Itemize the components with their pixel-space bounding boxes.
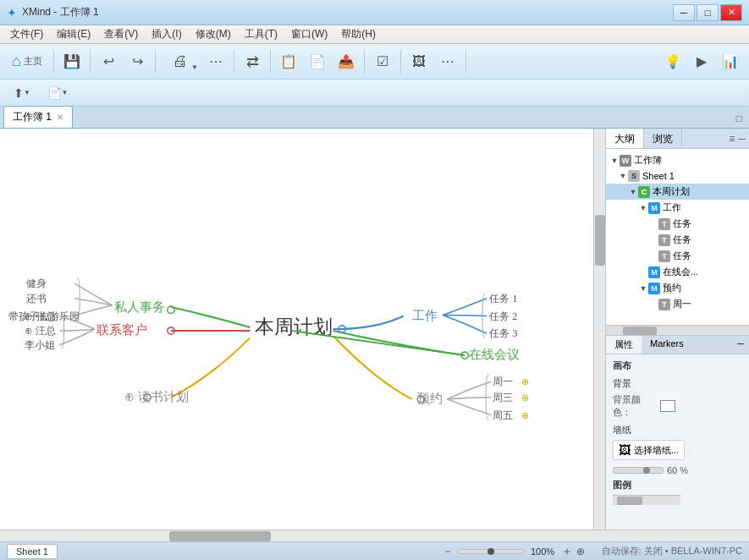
- sheet-icon: S: [628, 170, 640, 182]
- tree-arrow-mon: [648, 300, 658, 309]
- node-reading[interactable]: ⊕ 读书计划: [124, 390, 189, 404]
- node-gym[interactable]: 健身: [26, 277, 47, 289]
- tree-label-task2: 任务: [673, 233, 691, 246]
- panel-minimize-icon[interactable]: ─: [738, 133, 746, 145]
- tree-item-meeting[interactable]: M 在线会...: [606, 264, 749, 280]
- props-tab-markers[interactable]: Markers: [642, 336, 692, 354]
- menu-modify[interactable]: 修改(M): [189, 25, 238, 43]
- check-button[interactable]: ☑: [369, 48, 396, 75]
- print-button[interactable]: 🖨 ▼: [160, 48, 201, 75]
- more-button[interactable]: ⋯: [202, 48, 229, 75]
- tree-label-task1: 任务: [673, 217, 691, 230]
- node-wed[interactable]: 周三: [493, 392, 513, 404]
- add-mon-icon[interactable]: ⊕: [521, 376, 529, 387]
- tree-item-mon[interactable]: T 周一: [606, 296, 749, 312]
- choose-wallpaper-button[interactable]: 🖼 选择墙纸...: [613, 440, 685, 460]
- exchange-button[interactable]: ⇄: [239, 48, 266, 75]
- node-zhang[interactable]: ⊕ 张总: [25, 310, 56, 322]
- menu-window[interactable]: 窗口(W): [284, 25, 334, 43]
- tree-item-workbook[interactable]: ▼ W 工作簿: [606, 152, 749, 168]
- bulb-button[interactable]: 💡: [659, 48, 686, 75]
- tab-maximize-button[interactable]: □: [733, 109, 746, 128]
- add-fri-icon[interactable]: ⊕: [521, 410, 529, 420]
- clipboard-button[interactable]: 📋: [275, 48, 302, 75]
- outline-scrollbar-horizontal[interactable]: [606, 325, 749, 335]
- status-sheet-tab[interactable]: Sheet 1: [7, 544, 58, 559]
- toolbar-main: ⌂ 主页 💾 ↩ ↪ 🖨 ▼ ⋯ ⇄ 📋 📄 📤 ☑ 🖼 ⋯ 💡 ▶ 📊: [0, 44, 749, 80]
- image-button[interactable]: 🖼: [405, 48, 432, 75]
- outline-tab[interactable]: 大纲: [606, 129, 644, 148]
- maximize-button[interactable]: □: [697, 4, 719, 21]
- node-fri[interactable]: 周五: [493, 409, 513, 421]
- zoom-fit-button[interactable]: ⊕: [576, 546, 585, 557]
- menu-help[interactable]: 帮助(H): [334, 25, 383, 43]
- close-button[interactable]: ✕: [720, 4, 742, 21]
- tab-close-button[interactable]: ✕: [57, 113, 63, 122]
- undo-button[interactable]: ↩: [95, 48, 122, 75]
- right-panel: 大纲 浏览 ≡ ─ ▼ W 工作簿 ▼ S Sheet 1: [605, 129, 749, 530]
- minimize-button[interactable]: ─: [673, 4, 695, 21]
- node-clients[interactable]: 联系客户: [96, 323, 147, 337]
- autosave-info: 自动保存: 关闭 • BELLA-WIN7-PC: [602, 545, 742, 557]
- props-tab-attributes[interactable]: 属性: [606, 336, 642, 354]
- zoom-slider[interactable]: [457, 549, 525, 554]
- export2-button[interactable]: 📊: [717, 48, 744, 75]
- tree-item-task1[interactable]: T 任务: [606, 216, 749, 232]
- window-title: XMind - 工作簿 1: [22, 5, 673, 19]
- tree-item-task3[interactable]: T 任务: [606, 248, 749, 264]
- tree-item-plan[interactable]: ▼ C 本周计划: [606, 184, 749, 200]
- menu-tools[interactable]: 工具(T): [238, 25, 284, 43]
- node-meeting[interactable]: 在线会议: [469, 348, 520, 361]
- node-book[interactable]: 还书: [26, 293, 47, 305]
- save-button[interactable]: 💾: [58, 48, 85, 75]
- tree-item-sheet1[interactable]: ▼ S Sheet 1: [606, 168, 749, 184]
- zoom-level: 100%: [528, 546, 558, 557]
- copy-button[interactable]: 📄: [304, 48, 331, 75]
- menu-view[interactable]: 查看(V): [97, 25, 145, 43]
- menu-file[interactable]: 文件(F): [3, 25, 50, 43]
- props-close-button[interactable]: ─: [732, 336, 749, 354]
- zoom-out-button[interactable]: －: [442, 544, 454, 559]
- legend-scroll-thumb[interactable]: [617, 497, 642, 505]
- toolbar-separator-2: [90, 50, 91, 74]
- zoom-controls: － 100% ＋ ⊕: [442, 544, 585, 559]
- panel-menu-icon[interactable]: ≡: [729, 133, 735, 145]
- node-li[interactable]: 李小姐: [25, 339, 55, 351]
- tree-item-work[interactable]: ▼ M 工作: [606, 200, 749, 216]
- zoom-in-button[interactable]: ＋: [561, 544, 573, 559]
- tree-item-task2[interactable]: T 任务: [606, 232, 749, 248]
- scroll-thumb-horizontal[interactable]: [169, 531, 271, 541]
- upload-button[interactable]: ⬆ ▼: [5, 80, 39, 107]
- scroll-thumb-vertical[interactable]: [595, 215, 605, 266]
- node-task1[interactable]: 任务 1: [488, 293, 517, 305]
- outline-tree[interactable]: ▼ W 工作簿 ▼ S Sheet 1 ▼ C 本周计划 ▼ M 工作: [606, 149, 749, 325]
- canvas-area[interactable]: 本周计划 工作 任务 1 任务 2 任务 3 在线会议: [0, 129, 605, 530]
- canvas-scrollbar-horizontal[interactable]: [0, 530, 749, 541]
- props-tabs: 属性 Markers ─: [606, 336, 749, 354]
- menu-insert[interactable]: 插入(I): [145, 25, 188, 43]
- opacity-slider[interactable]: [613, 467, 664, 474]
- menu-edit[interactable]: 编辑(E): [50, 25, 97, 43]
- canvas-scrollbar-vertical[interactable]: [593, 129, 605, 530]
- present-button[interactable]: ▶: [688, 48, 715, 75]
- home-button[interactable]: ⌂ 主页: [5, 48, 49, 75]
- legend-scrollbar[interactable]: [613, 495, 680, 505]
- more2-button[interactable]: ⋯: [434, 48, 461, 75]
- tree-item-appt[interactable]: ▼ M 预约: [606, 280, 749, 296]
- node-personal[interactable]: 私人事务: [114, 300, 165, 314]
- browse-tab[interactable]: 浏览: [644, 129, 682, 148]
- add-wed-icon[interactable]: ⊕: [521, 393, 529, 403]
- export-button[interactable]: 📤: [333, 48, 360, 75]
- node-work[interactable]: 工作: [412, 309, 438, 322]
- node-mon[interactable]: 周一: [493, 376, 513, 387]
- redo-button[interactable]: ↪: [124, 48, 151, 75]
- new-sheet-button[interactable]: 📄 ▼: [41, 80, 74, 107]
- node-wang[interactable]: ⊕ 汪总: [25, 325, 56, 337]
- workbook-tab[interactable]: 工作簿 1 ✕: [3, 106, 73, 128]
- node-task2[interactable]: 任务 2: [488, 310, 517, 322]
- node-task3[interactable]: 任务 3: [488, 327, 517, 339]
- properties-panel: 属性 Markers ─ 画布 背景 背景颜色： 墙纸: [606, 335, 749, 530]
- wallpaper-icon: 🖼: [619, 443, 631, 457]
- bg-color-picker[interactable]: [660, 400, 675, 412]
- outline-scroll-thumb[interactable]: [623, 327, 657, 335]
